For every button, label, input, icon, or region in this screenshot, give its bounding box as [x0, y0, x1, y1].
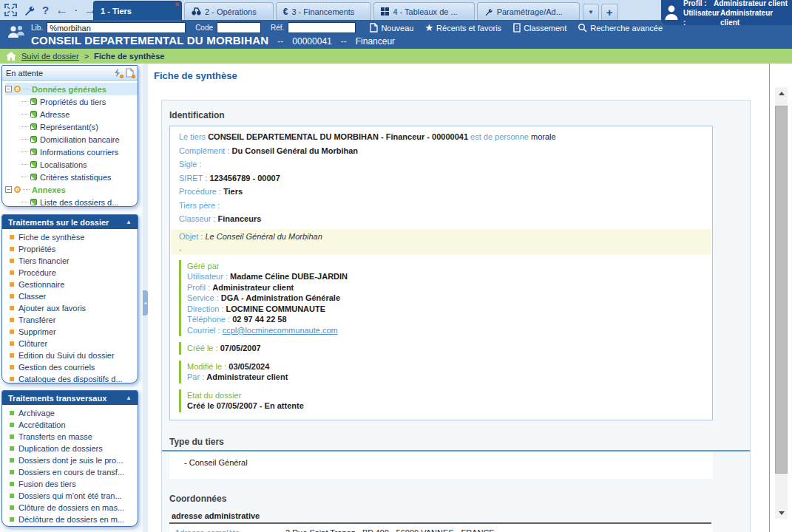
tree-item-informations-courriers[interactable]: Informations courriers: [5, 146, 138, 158]
tree-item-domiciliation-bancaire[interactable]: Domiciliation bancaire: [5, 133, 138, 146]
tab-tiers[interactable]: 1 - Tiers ×: [93, 1, 182, 20]
bullet-icon: [10, 434, 14, 439]
record-number: 00000041: [292, 36, 331, 47]
flash-action-icon[interactable]: [113, 68, 122, 78]
menu-item-decloture-en-masse[interactable]: Déclôture de dossiers en m...: [2, 514, 138, 525]
add-tab-button[interactable]: +: [601, 4, 618, 20]
menu-item-transferer[interactable]: Transférer: [2, 314, 138, 326]
back-icon[interactable]: ←: [55, 3, 68, 18]
etat-dossier-block: Etat du dossier Créé le 07/05/2007 - En …: [179, 389, 712, 412]
close-icon[interactable]: ×: [175, 1, 179, 8]
tree-group-annexes[interactable]: − Annexes: [5, 183, 138, 196]
scrollbar-thumb[interactable]: [775, 106, 788, 474]
recents-favoris-button[interactable]: ★ Récents et favoris: [424, 22, 501, 33]
tree-item-criteres-statistiques[interactable]: Critères statistiques: [5, 171, 138, 183]
synthese-container: Identification Le tiers CONSEIL DEPARTEM…: [161, 100, 751, 532]
menu-item-edition-suivi[interactable]: Edition du Suivi du dossier: [2, 349, 138, 361]
breadcrumb-link[interactable]: Suivi de dossier: [21, 52, 79, 61]
tree-item-adresse[interactable]: Adresse: [5, 108, 138, 120]
menu-item-dossiers-proprietaire[interactable]: Dossiers dont je suis le pro...: [2, 454, 138, 466]
recherche-avancee-button[interactable]: Recherche avancée: [578, 23, 663, 33]
menu-item-gestion-courriels[interactable]: Gestion des courriels: [2, 361, 138, 373]
bullet-icon: [10, 377, 14, 381]
tab-parametrage[interactable]: Paramétrage/Ad... ×: [477, 2, 580, 20]
tree-group-donnees-generales[interactable]: − Données générales: [5, 83, 138, 95]
modifie-le-block: Modifié le : 03/05/2024 Par : Administra…: [179, 361, 712, 383]
menu-item-cloture-en-masse[interactable]: Clôture de dossiers en mas...: [2, 502, 138, 514]
menu-item-cloturer[interactable]: Clôturer: [2, 338, 138, 349]
menu-item-duplication[interactable]: Duplication de dossiers: [2, 443, 138, 454]
help-icon[interactable]: ?: [42, 4, 49, 16]
people-icon: [7, 25, 26, 40]
lib-input[interactable]: [47, 22, 186, 33]
menu-item-catalogue-dispositifs[interactable]: Catalogue des dispositifs d...: [2, 373, 138, 383]
code-input[interactable]: [217, 22, 261, 33]
target-icon: [14, 186, 21, 193]
collapse-icon[interactable]: ▲: [126, 395, 132, 401]
tree-item-localisations[interactable]: Localisations: [5, 158, 138, 171]
page-title: Fiche de synthèse: [154, 70, 237, 81]
search-fields: Lib. Code Réf. Nouveau ★ Récents et favo…: [31, 22, 663, 33]
back-menu-dot[interactable]: ·: [75, 6, 78, 15]
menu-item-supprimer[interactable]: Supprimer: [2, 326, 138, 338]
tab-list-dropdown[interactable]: ▼: [583, 4, 599, 20]
document-icon: [30, 136, 37, 143]
record-type: Financeur: [356, 36, 395, 47]
tree-item-representants[interactable]: Représentant(s): [5, 120, 138, 133]
collapse-icon[interactable]: ▲: [126, 219, 132, 225]
bullet-icon: [10, 458, 14, 463]
menu-item-dossiers-transfert[interactable]: Dossiers en cours de transf...: [2, 466, 138, 478]
field-row: Procédure : Tiers: [170, 185, 712, 199]
scroll-up-button[interactable]: [775, 87, 788, 99]
coordonnees-title: Coordonnées: [169, 494, 750, 504]
vertical-scrollbar[interactable]: [775, 87, 788, 519]
tab-label: 1 - Tiers: [101, 7, 132, 16]
tree-item-proprietes-du-tiers[interactable]: Propriétés du tiers: [5, 95, 138, 108]
bullet-icon: [10, 517, 14, 522]
home-icon[interactable]: [6, 52, 16, 61]
menu-item-accreditation[interactable]: Accréditation: [2, 419, 138, 431]
binder-icon: [512, 23, 521, 33]
tab-tableaux[interactable]: 4 - Tableaux de ... ×: [373, 2, 474, 20]
close-icon[interactable]: ×: [573, 3, 577, 10]
courriel-link[interactable]: ccpl@locminecommunaute.com: [223, 326, 338, 335]
sidebar-collapse-handle[interactable]: ◄: [143, 290, 148, 316]
note-action-icon[interactable]: [126, 68, 134, 78]
menu-item-classer[interactable]: Classer: [2, 290, 138, 302]
nouveau-button[interactable]: Nouveau: [370, 23, 413, 33]
binoculars-icon: [192, 7, 201, 16]
menu-item-gestionnaire[interactable]: Gestionnaire: [2, 279, 138, 290]
menu-item-procedure[interactable]: Procédure: [2, 267, 138, 279]
scroll-down-button[interactable]: [775, 507, 788, 519]
menu-item-ajouter-aux-favoris[interactable]: Ajouter aux favoris: [2, 302, 138, 314]
tab-financements[interactable]: € 3 - Financements ×: [276, 2, 372, 20]
bullet-icon: [10, 505, 14, 510]
menu-item-dossiers-transferes[interactable]: Dossiers qui m'ont été tran...: [2, 490, 138, 502]
star-icon: ★: [424, 22, 433, 33]
menu-item-fusion-des-tiers[interactable]: Fusion des tiers: [2, 478, 138, 490]
close-icon[interactable]: ×: [365, 3, 368, 10]
identification-title: Identification: [169, 110, 750, 120]
wrench-icon[interactable]: [24, 4, 35, 16]
tree-item-liste-des-dossiers[interactable]: Liste des dossiers d...: [5, 196, 138, 207]
collapse-box-icon[interactable]: −: [5, 186, 12, 193]
type-du-tiers-value: - Conseil Général: [169, 451, 713, 479]
menu-item-proprietes[interactable]: Propriétés: [2, 243, 138, 255]
bullet-icon: [10, 423, 14, 427]
collapse-box-icon[interactable]: −: [5, 86, 12, 92]
panel-header[interactable]: Traitements sur le dossier ▲: [2, 215, 138, 229]
panel-header[interactable]: Traitements transversaux ▲: [2, 391, 138, 405]
fullscreen-icon[interactable]: [4, 4, 17, 16]
classement-button[interactable]: Classement: [512, 23, 566, 33]
menu-item-transferts-en-masse[interactable]: Transferts en masse: [2, 431, 138, 443]
tab-operations[interactable]: 2 - Opérations ×: [184, 2, 274, 20]
ref-input[interactable]: [288, 22, 356, 33]
menu-item-archivage[interactable]: Archivage: [2, 407, 138, 419]
tab-label: 4 - Tableaux de ...: [393, 7, 457, 16]
close-icon[interactable]: ×: [266, 3, 270, 10]
bullet-icon: [10, 318, 14, 322]
close-icon[interactable]: ×: [467, 3, 471, 10]
menu-item-fiche-de-synthese[interactable]: Fiche de synthèse: [2, 231, 138, 243]
bullet-icon: [10, 411, 14, 415]
menu-item-tiers-financier[interactable]: Tiers financier: [2, 255, 138, 267]
